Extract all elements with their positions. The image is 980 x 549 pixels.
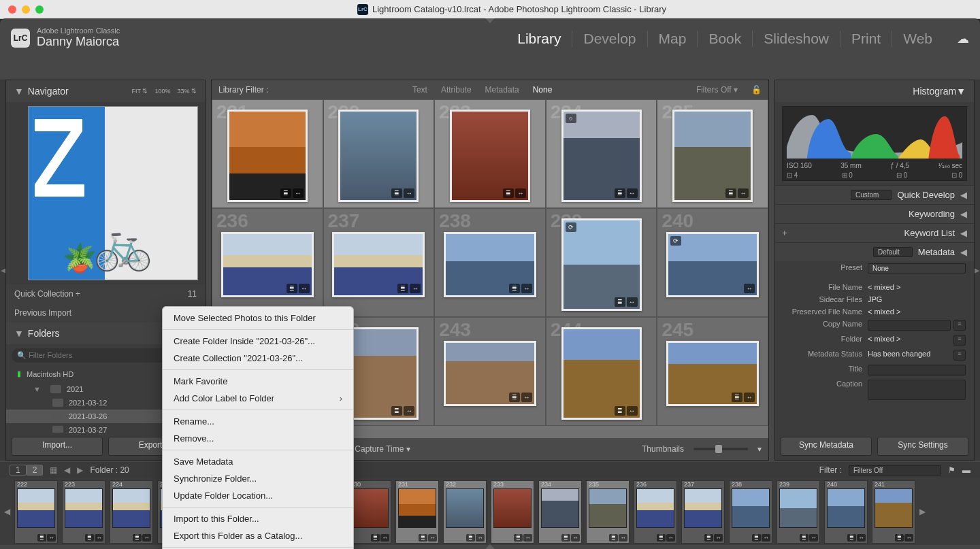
badge-icon[interactable]: ↔ bbox=[627, 188, 638, 198]
filters-off-menu[interactable]: Filters Off ▾ bbox=[696, 85, 738, 95]
context-menu-item[interactable]: Export this Folder as a Catalog... bbox=[163, 527, 353, 544]
context-menu-item[interactable]: Move Selected Photos to this Folder bbox=[163, 310, 353, 327]
grid-view-icon[interactable]: ▦ bbox=[50, 465, 57, 475]
filmstrip[interactable]: ◀222≣↔223≣↔224≣↔225≣↔≣↔≣↔229≣↔230≣↔231≣↔… bbox=[0, 478, 980, 545]
histogram-header[interactable]: Histogram ▼ bbox=[775, 80, 974, 102]
grid-cell[interactable]: 232≣↔ bbox=[323, 99, 435, 208]
badge-icon[interactable]: ↔ bbox=[627, 297, 638, 307]
filmstrip-thumb[interactable]: 236≣↔ bbox=[634, 480, 677, 544]
nav-zoom-option[interactable]: 33% ⇅ bbox=[177, 88, 197, 95]
badge-icon[interactable]: ≣ bbox=[615, 297, 625, 307]
badge-icon[interactable]: ↔ bbox=[521, 393, 532, 402]
histogram-display[interactable]: ISO 160 35 mm ƒ / 4,5 ¹⁄₁₆₀ sec ⊡ 4⊞ 0⊟ … bbox=[782, 106, 967, 181]
badge-icon[interactable]: ≣ bbox=[391, 188, 402, 198]
grid-cell[interactable]: 239⟳≣↔ bbox=[546, 208, 657, 317]
grid-cell[interactable]: 244≣↔ bbox=[546, 317, 657, 426]
toolbar-menu-icon[interactable]: ▾ bbox=[757, 444, 762, 454]
badge-icon[interactable]: ≣ bbox=[503, 188, 514, 198]
context-menu-item[interactable]: Create Folder Inside "2021-03-26"... bbox=[163, 333, 353, 350]
filmstrip-thumb[interactable]: 230≣↔ bbox=[348, 480, 391, 544]
badge-icon[interactable]: ≣ bbox=[509, 284, 520, 293]
filmstrip-thumb[interactable]: 240≣↔ bbox=[824, 480, 868, 544]
quick-develop-header[interactable]: Custom Quick Develop ◀ bbox=[775, 185, 974, 204]
module-library[interactable]: Library bbox=[506, 31, 572, 47]
metadata-list-icon[interactable]: ≡ bbox=[953, 320, 966, 331]
filmstrip-thumb[interactable]: 233≣↔ bbox=[491, 480, 534, 544]
path-label[interactable]: Folder : 20 bbox=[90, 465, 129, 475]
filter-switch-icon[interactable]: ▬ bbox=[962, 465, 970, 475]
grid-cell[interactable]: 233≣↔ bbox=[434, 99, 546, 208]
metadata-preset-select[interactable]: Default bbox=[873, 247, 913, 257]
close-icon[interactable] bbox=[8, 5, 16, 14]
filmstrip-scroll-left-icon[interactable]: ◀ bbox=[4, 507, 10, 516]
module-book[interactable]: Book bbox=[697, 31, 752, 47]
grid-cell[interactable]: 237≣↔ bbox=[323, 208, 435, 317]
metadata-list-icon[interactable]: ≡ bbox=[953, 335, 966, 346]
filter-tab-text[interactable]: Text bbox=[412, 85, 427, 95]
module-map[interactable]: Map bbox=[647, 31, 698, 47]
badge-icon[interactable]: ≣ bbox=[615, 188, 625, 198]
thumbnail-size-slider[interactable] bbox=[693, 448, 748, 450]
badge-icon[interactable]: ≣ bbox=[615, 406, 625, 416]
grid-cell[interactable]: 243≣↔ bbox=[434, 317, 546, 426]
module-develop[interactable]: Develop bbox=[572, 31, 647, 47]
badge-icon[interactable]: ↔ bbox=[744, 284, 755, 293]
badge-icon[interactable]: ↔ bbox=[293, 188, 304, 198]
navigator-preview[interactable]: 🪴 🚲 bbox=[28, 106, 198, 280]
context-menu-item[interactable]: Remove... bbox=[163, 430, 353, 447]
panel-collapse-bottom-icon[interactable] bbox=[485, 544, 495, 549]
filmstrip-filter-select[interactable]: Filters Off bbox=[849, 465, 941, 476]
filmstrip-thumb[interactable]: 238≣↔ bbox=[729, 480, 772, 544]
badge-icon[interactable]: ↔ bbox=[627, 406, 638, 416]
metadata-value[interactable] bbox=[868, 380, 966, 400]
filmstrip-thumb[interactable]: 237≣↔ bbox=[681, 480, 725, 544]
filmstrip-thumb[interactable]: 234≣↔ bbox=[538, 480, 582, 544]
context-menu-item[interactable]: Import to this Folder... bbox=[163, 510, 353, 527]
badge-icon[interactable]: ○ bbox=[566, 114, 576, 123]
filmstrip-thumb[interactable]: 222≣↔ bbox=[14, 480, 58, 544]
module-print[interactable]: Print bbox=[840, 31, 892, 47]
zoom-icon[interactable] bbox=[35, 5, 44, 14]
filmstrip-thumb[interactable]: 241≣↔ bbox=[872, 480, 915, 544]
badge-icon[interactable]: ↔ bbox=[410, 284, 421, 293]
context-menu-item[interactable]: Synchronize Folder... bbox=[163, 470, 353, 487]
grid-cell[interactable]: 238≣↔ bbox=[434, 208, 546, 317]
badge-icon[interactable]: ↔ bbox=[404, 188, 414, 198]
filmstrip-scroll-right-icon[interactable]: ▶ bbox=[919, 507, 926, 516]
filmstrip-thumb[interactable]: 239≣↔ bbox=[777, 480, 820, 544]
filmstrip-thumb[interactable]: 232≣↔ bbox=[443, 480, 487, 544]
grid-cell[interactable]: 240⟳↔ bbox=[657, 208, 768, 317]
catalog-row[interactable]: Quick Collection +11 bbox=[6, 284, 205, 303]
forward-icon[interactable]: ▶ bbox=[77, 465, 83, 475]
badge-icon[interactable]: ↔ bbox=[404, 406, 414, 416]
context-menu-item[interactable]: Add Color Label to Folder bbox=[163, 390, 353, 407]
secondary-page[interactable]: 1 bbox=[10, 465, 27, 476]
module-web[interactable]: Web bbox=[892, 31, 943, 47]
badge-icon[interactable]: ↔ bbox=[299, 284, 310, 293]
nav-zoom-option[interactable]: 100% bbox=[154, 88, 170, 95]
grid-cell[interactable]: 231≣↔ bbox=[212, 99, 323, 208]
badge-icon[interactable]: ↔ bbox=[521, 284, 532, 293]
filmstrip-thumb[interactable]: 223≣↔ bbox=[62, 480, 105, 544]
sync-settings-button[interactable]: Sync Settings bbox=[877, 437, 968, 456]
metadata-value[interactable] bbox=[868, 365, 966, 376]
badge-icon[interactable]: ↔ bbox=[515, 188, 526, 198]
lock-icon[interactable]: 🔓 bbox=[751, 85, 762, 95]
badge-icon[interactable]: ≣ bbox=[397, 284, 408, 293]
keyword-list-header[interactable]: + Keyword List ◀ bbox=[775, 223, 974, 242]
filter-tab-metadata[interactable]: Metadata bbox=[485, 85, 519, 95]
badge-icon[interactable]: ≣ bbox=[287, 284, 297, 293]
grid-cell[interactable]: 235≣↔ bbox=[657, 99, 768, 208]
minimize-icon[interactable] bbox=[22, 5, 30, 14]
nav-zoom-option[interactable]: FIT ⇅ bbox=[132, 88, 148, 95]
badge-icon[interactable]: ≣ bbox=[391, 406, 402, 416]
filter-flag-icon[interactable]: ⚑ bbox=[948, 465, 956, 475]
sort-menu[interactable]: Capture Time ▾ bbox=[355, 444, 410, 454]
back-icon[interactable]: ◀ bbox=[64, 465, 70, 475]
badge-icon[interactable]: ↔ bbox=[738, 188, 749, 198]
filter-tab-none[interactable]: None bbox=[533, 85, 553, 95]
context-menu-item[interactable]: Update Folder Location... bbox=[163, 487, 353, 504]
grid-cell[interactable]: 245≣↔ bbox=[657, 317, 768, 426]
badge-icon[interactable]: ≣ bbox=[280, 188, 291, 198]
keywording-header[interactable]: Keywording ◀ bbox=[775, 204, 974, 223]
